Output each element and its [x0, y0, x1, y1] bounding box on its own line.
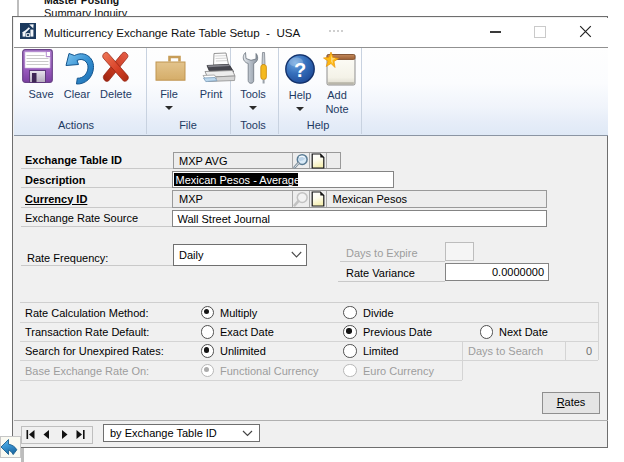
svg-text:?: ? — [294, 59, 306, 81]
